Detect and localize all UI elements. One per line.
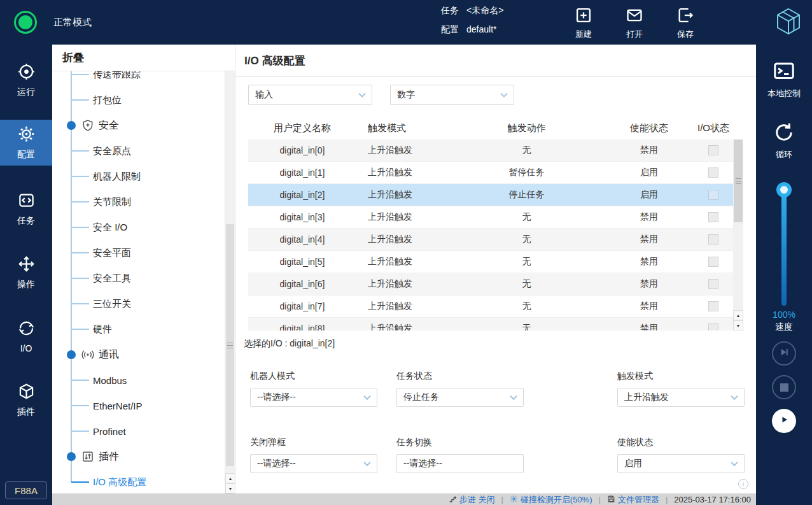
filter-row: 输入 数字 (248, 85, 514, 105)
speed-percent: 100% (756, 309, 812, 320)
tree-node-dot (67, 350, 76, 359)
speed-slider-track[interactable] (781, 190, 787, 306)
tree-collapse-header[interactable]: 折叠 (52, 45, 235, 71)
app-window: 正常模式 任务 <未命名> 配置 default* 新建 打开 保存 (0, 0, 812, 505)
scroll-up-icon[interactable]: ▲ (225, 473, 235, 483)
chevron-down-icon (358, 90, 365, 97)
table-row[interactable]: digital_in[1] 上升沿触发 暂停任务 启用 (248, 162, 733, 184)
cube-icon (18, 383, 35, 402)
task-switch-field: 任务切换 --请选择-- (396, 437, 524, 473)
floppy-icon (607, 495, 615, 505)
scroll-down-icon[interactable]: ▼ (733, 320, 743, 331)
terminal-icon (773, 75, 795, 85)
sidebar-item-task[interactable]: 任务 (0, 186, 52, 232)
table-row[interactable]: digital_in[3] 上升沿触发 无 禁用 (248, 206, 733, 229)
file-manager-button[interactable]: 文件管理器 (607, 494, 659, 505)
task-switch-input[interactable]: --请选择-- (396, 454, 524, 473)
move-icon (18, 255, 35, 274)
tree-item-conveyor-tracking[interactable]: 传送带跟踪 (52, 71, 223, 87)
page-title: I/O 高级配置 (235, 45, 756, 77)
robot-mode-select[interactable]: --请选择-- (250, 388, 377, 407)
task-status-select[interactable]: 停止任务 (396, 388, 524, 407)
tree-item-modbus[interactable]: Modbus (52, 367, 223, 393)
enable-state-select[interactable]: 启用 (617, 454, 745, 473)
speed-slider-thumb[interactable] (776, 182, 792, 197)
io-state-checkbox[interactable] (708, 279, 718, 289)
tree-scrollbar-thumb[interactable] (226, 224, 234, 466)
tree-body: 传送带跟踪 打包位 安全 安全原点 机器人限制 关节限制 安全 I/O 安全平面… (52, 71, 235, 494)
device-code-badge[interactable]: F88A (5, 481, 47, 499)
open-button[interactable]: 打开 (612, 6, 657, 40)
trigger-mode-field: 触发模式 上升沿触发 (617, 371, 745, 407)
info-icon[interactable]: i (738, 479, 748, 489)
tree-item-ethernet-ip[interactable]: EtherNet/IP (52, 393, 223, 418)
tree-item-profinet[interactable]: Profinet (52, 418, 223, 444)
tree-item-packing-pos[interactable]: 打包位 (52, 87, 223, 113)
step-mode-status[interactable]: 步进 关闭 (449, 494, 495, 505)
tree-item-safety-tool[interactable]: 安全工具 (52, 266, 223, 291)
table-row-selected[interactable]: digital_in[2] 上升沿触发 停止任务 启用 (248, 184, 733, 206)
table-scrollbar-thumb[interactable] (734, 139, 743, 222)
tree-item-communication[interactable]: 通讯 (52, 342, 223, 367)
step-forward-button[interactable] (772, 341, 796, 366)
sidebar-item-io[interactable]: I/O (0, 313, 52, 359)
code-icon (18, 192, 35, 211)
table-row[interactable]: digital_in[6] 上升沿触发 无 禁用 (248, 273, 733, 295)
tree-item-plugin[interactable]: 插件 (52, 444, 223, 469)
scroll-up-icon[interactable]: ▲ (733, 310, 743, 320)
io-state-checkbox[interactable] (708, 234, 718, 245)
io-state-checkbox[interactable] (708, 167, 718, 178)
sidebar-item-plugin[interactable]: 插件 (0, 377, 52, 423)
tree-item-safety[interactable]: 安全 (52, 113, 223, 138)
selected-io-text: 选择的I/O : digital_in[2] (244, 338, 335, 350)
tree-item-hardware[interactable]: 硬件 (52, 317, 223, 342)
io-state-checkbox[interactable] (708, 190, 718, 200)
table-row[interactable]: digital_in[7] 上升沿触发 无 禁用 (248, 295, 733, 318)
io-state-checkbox[interactable] (708, 145, 718, 155)
collision-detect-status[interactable]: 碰撞检测开启(50%) (510, 494, 592, 505)
io-state-checkbox[interactable] (708, 301, 718, 311)
table-scrollbar[interactable]: ▲ ▼ (733, 139, 743, 331)
io-direction-select[interactable]: 输入 (248, 85, 372, 105)
tree-item-safety-home[interactable]: 安全原点 (52, 138, 223, 164)
io-type-select[interactable]: 数字 (390, 85, 514, 105)
trigger-mode-select[interactable]: 上升沿触发 (617, 388, 745, 407)
save-button[interactable]: 保存 (662, 6, 708, 40)
robot-mode-field: 机器人模式 --请选择-- (250, 371, 377, 407)
table-row[interactable]: digital_in[8] 上升沿触发 无 禁用 (248, 318, 733, 331)
open-file-icon (626, 15, 643, 26)
config-label: 配置 (441, 24, 459, 36)
tree-item-safety-plane[interactable]: 安全平面 (52, 240, 223, 266)
tree-item-three-pos-switch[interactable]: 三位开关 (52, 291, 223, 317)
stop-button[interactable] (772, 375, 796, 399)
sidebar-item-config[interactable]: 配置 (0, 120, 52, 166)
close-popup-field: 关闭弹框 --请选择-- (250, 437, 377, 473)
chevron-down-icon (500, 90, 507, 97)
tree-item-joint-limits[interactable]: 关节限制 (52, 189, 223, 215)
play-button[interactable] (772, 409, 796, 433)
loop-button[interactable]: 循环 (756, 121, 812, 160)
tree-item-io-advanced-config[interactable]: I/O 高级配置 (52, 469, 223, 494)
config-value: default* (466, 24, 496, 36)
sidebar-item-operate[interactable]: 操作 (0, 250, 52, 295)
io-state-checkbox[interactable] (708, 257, 718, 267)
io-state-checkbox[interactable] (708, 324, 718, 331)
io-state-checkbox[interactable] (708, 212, 718, 222)
tree-scrollbar[interactable]: ▲ ▼ (225, 71, 235, 494)
system-timestamp: 2025-03-17 17:16:00 (674, 495, 751, 504)
scroll-down-icon[interactable]: ▼ (225, 483, 235, 494)
config-tree-panel: 折叠 传送带跟踪 打包位 安全 安全原点 机器人限制 关节限制 安全 I/O 安… (52, 45, 235, 494)
table-row[interactable]: digital_in[5] 上升沿触发 无 禁用 (248, 251, 733, 273)
tree-item-safety-io[interactable]: 安全 I/O (52, 215, 223, 240)
new-button[interactable]: 新建 (561, 6, 606, 40)
local-control-button[interactable]: 本地控制 (756, 60, 812, 99)
enable-state-field: 使能状态 启用 (617, 437, 745, 473)
tree-item-robot-limits[interactable]: 机器人限制 (52, 164, 223, 189)
tree-node-dot (67, 121, 76, 130)
divider: | (599, 495, 601, 504)
table-row[interactable]: digital_in[4] 上升沿触发 无 禁用 (248, 229, 733, 251)
close-popup-select[interactable]: --请选择-- (250, 454, 377, 473)
table-row[interactable]: digital_in[0] 上升沿触发 无 禁用 (248, 139, 733, 162)
task-status-field: 任务状态 停止任务 (396, 371, 524, 407)
sidebar-item-run[interactable]: 运行 (0, 57, 52, 103)
